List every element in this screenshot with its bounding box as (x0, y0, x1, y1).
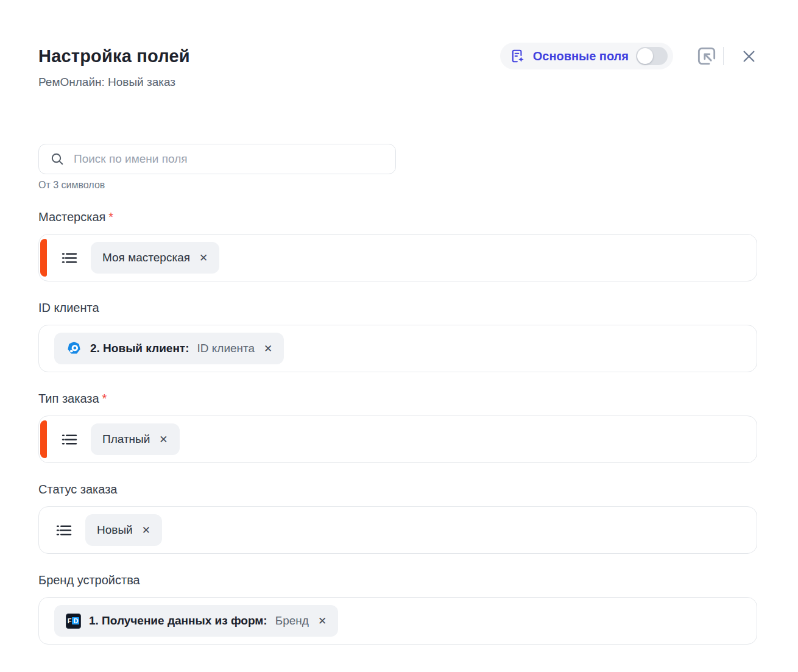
field-input-client-id[interactable]: 2. Новый клиент: ID клиента ✕ (38, 325, 757, 372)
field-label: Статус заказа (38, 483, 757, 497)
field-input-device-brand[interactable]: FD 1. Получение данных из форм: Бренд ✕ (38, 597, 757, 645)
selected-value-chip: Платный ✕ (91, 423, 180, 455)
field-settings-panel: Настройка полей Основные поля (0, 0, 798, 645)
basic-fields-label: Основные поля (533, 49, 629, 63)
field-label: Тип заказа* (38, 392, 757, 406)
chip-label: Бренд (275, 614, 309, 628)
remove-chip-icon[interactable]: ✕ (263, 342, 274, 355)
close-icon[interactable] (741, 48, 757, 65)
basic-fields-toggle[interactable] (636, 47, 668, 65)
chip-label: Платный (102, 433, 150, 446)
connection-subtitle: РемОнлайн: Новый заказ (38, 76, 757, 89)
form-data-icon: FD (66, 614, 81, 629)
remove-chip-icon[interactable]: ✕ (141, 524, 152, 537)
chip-label: Новый (97, 523, 133, 537)
mapped-value-chip: FD 1. Получение данных из форм: Бренд ✕ (54, 605, 338, 637)
basic-fields-toggle-pill[interactable]: Основные поля (500, 43, 673, 69)
list-icon (54, 521, 73, 540)
field-search[interactable] (38, 144, 396, 174)
select-area-icon[interactable] (695, 44, 718, 68)
field-input-order-status[interactable]: Новый ✕ (38, 506, 757, 554)
field-label: ID клиента (38, 301, 757, 315)
field-masterskaya: Мастерская* Моя мастерская ✕ (38, 210, 757, 281)
field-order-type: Тип заказа* Платный ✕ (38, 392, 757, 463)
remove-chip-icon[interactable]: ✕ (158, 433, 169, 446)
required-bar (40, 239, 47, 277)
list-icon (60, 249, 79, 267)
required-marker: * (102, 392, 107, 405)
field-order-status: Статус заказа Новый ✕ (38, 483, 757, 554)
chip-label: ID клиента (197, 342, 255, 355)
header-actions: Основные поля (500, 43, 757, 69)
panel-header: Настройка полей Основные поля (38, 43, 757, 69)
mapped-value-chip: 2. Новый клиент: ID клиента ✕ (54, 333, 284, 364)
field-input-masterskaya[interactable]: Моя мастерская ✕ (38, 234, 757, 281)
selected-value-chip: Моя мастерская ✕ (91, 242, 219, 274)
remove-chip-icon[interactable]: ✕ (198, 252, 209, 264)
remove-chip-icon[interactable]: ✕ (317, 615, 328, 628)
page-title: Настройка полей (38, 46, 190, 66)
field-label: Мастерская* (38, 210, 757, 224)
list-icon (60, 430, 79, 449)
toggle-knob (637, 48, 653, 64)
field-client-id: ID клиента 2. Новый клиент: ID клиента ✕ (38, 301, 757, 372)
search-hint: От 3 символов (38, 180, 757, 191)
form-sparkle-icon (510, 48, 526, 64)
search-input[interactable] (74, 152, 386, 166)
required-marker: * (108, 210, 113, 224)
field-label: Бренд устройства (38, 573, 757, 587)
chip-step-prefix: 1. Получение данных из форм: (89, 614, 267, 628)
header-divider (723, 47, 724, 65)
field-device-brand: Бренд устройства FD 1. Получение данных … (38, 573, 757, 645)
required-bar (40, 420, 47, 458)
selected-value-chip: Новый ✕ (85, 514, 162, 546)
chip-step-prefix: 2. Новый клиент: (90, 342, 189, 355)
remonline-logo-icon (66, 341, 82, 357)
field-input-order-type[interactable]: Платный ✕ (38, 416, 757, 463)
search-icon (50, 152, 65, 166)
chip-label: Моя мастерская (102, 251, 190, 264)
